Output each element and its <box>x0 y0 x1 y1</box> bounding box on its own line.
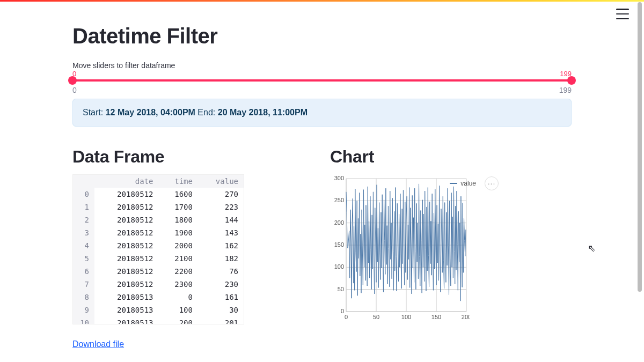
table-row: 4201805122000162 <box>73 239 244 252</box>
legend-swatch <box>450 183 457 184</box>
svg-text:100: 100 <box>334 263 344 270</box>
svg-text:50: 50 <box>338 286 344 292</box>
dataframe-heading: Data Frame <box>72 147 314 167</box>
page-title: Datetime Filter <box>72 24 572 48</box>
svg-text:200: 200 <box>462 314 470 320</box>
slider-label: Move sliders to filter dataframe <box>72 61 572 70</box>
column-header: value <box>198 175 244 188</box>
info-start-value: 12 May 2018, 04:00PM <box>106 108 195 117</box>
slider-range-max: 199 <box>559 86 572 94</box>
info-start-label: Start: <box>83 108 103 117</box>
slider-range-min: 0 <box>72 86 77 94</box>
table-row: 620180512220076 <box>73 265 244 278</box>
slider-track[interactable] <box>72 79 572 82</box>
table-row: 7201805122300230 <box>73 278 244 291</box>
table-row: 3201805121900143 <box>73 226 244 239</box>
svg-text:250: 250 <box>334 197 344 203</box>
info-box: Start: 12 May 2018, 04:00PM End: 20 May … <box>72 99 572 127</box>
hamburger-menu-icon[interactable] <box>616 9 629 19</box>
page-scrollbar[interactable] <box>638 2 642 292</box>
slider-handle-right[interactable] <box>567 76 576 85</box>
chart-legend: value ··· <box>450 176 499 190</box>
chart-container: value ··· 050100150200250300050100150200 <box>330 174 502 327</box>
table-row: 92018051310030 <box>73 304 244 316</box>
range-slider[interactable]: 0 199 0 199 <box>72 72 572 95</box>
svg-text:150: 150 <box>431 314 441 320</box>
column-header: time <box>159 175 198 188</box>
column-header: date <box>94 175 159 188</box>
svg-text:100: 100 <box>401 314 411 320</box>
svg-text:300: 300 <box>334 175 344 181</box>
chart-heading: Chart <box>330 147 572 167</box>
legend-label: value <box>460 180 476 187</box>
svg-text:150: 150 <box>334 241 344 248</box>
download-link[interactable]: Download file <box>72 339 124 349</box>
table-row: 2201805121800144 <box>73 213 244 226</box>
table-row: 1020180513200201 <box>73 316 244 324</box>
table-row: 8201805130161 <box>73 291 244 304</box>
table-row: 5201805122100182 <box>73 252 244 265</box>
chart-plot[interactable]: 050100150200250300050100150200 <box>330 174 470 324</box>
dataframe-table[interactable]: datetimevalue 02018051216002701201805121… <box>72 174 244 324</box>
table-row: 0201805121600270 <box>73 188 244 201</box>
table-row: 1201805121700223 <box>73 201 244 213</box>
svg-text:0: 0 <box>345 314 348 320</box>
slider-handle-left[interactable] <box>68 76 77 85</box>
info-end-label: End: <box>197 108 215 117</box>
svg-text:50: 50 <box>373 314 379 320</box>
svg-text:0: 0 <box>341 308 344 314</box>
mouse-cursor-icon: ⇖ <box>588 242 596 254</box>
svg-text:200: 200 <box>334 219 344 226</box>
info-end-value: 20 May 2018, 11:00PM <box>218 108 308 117</box>
chart-menu-icon[interactable]: ··· <box>485 176 499 190</box>
